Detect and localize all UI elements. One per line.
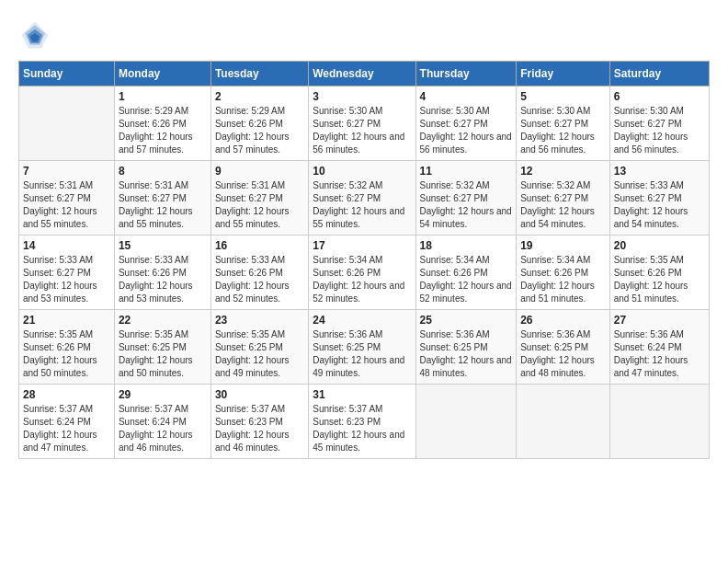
day-number: 12 — [520, 165, 606, 178]
day-number: 25 — [420, 314, 513, 327]
day-info: Sunrise: 5:35 AMSunset: 6:25 PMDaylight:… — [119, 328, 207, 380]
day-info: Sunrise: 5:30 AMSunset: 6:27 PMDaylight:… — [313, 105, 411, 156]
day-cell: 14 Sunrise: 5:33 AMSunset: 6:27 PMDaylig… — [19, 236, 115, 310]
day-info: Sunrise: 5:37 AMSunset: 6:24 PMDaylight:… — [119, 403, 207, 454]
day-info: Sunrise: 5:34 AMSunset: 6:26 PMDaylight:… — [313, 254, 411, 305]
day-info: Sunrise: 5:30 AMSunset: 6:27 PMDaylight:… — [420, 105, 513, 156]
day-number: 20 — [614, 239, 705, 252]
day-number: 7 — [23, 165, 110, 178]
day-number: 4 — [420, 90, 513, 103]
day-number: 21 — [23, 314, 110, 327]
day-info: Sunrise: 5:34 AMSunset: 6:26 PMDaylight:… — [420, 254, 513, 305]
header-cell-sunday: Sunday — [19, 62, 115, 86]
day-number: 5 — [520, 90, 606, 103]
day-info: Sunrise: 5:31 AMSunset: 6:27 PMDaylight:… — [119, 179, 207, 231]
day-number: 26 — [520, 314, 606, 327]
day-info: Sunrise: 5:34 AMSunset: 6:26 PMDaylight:… — [520, 254, 606, 305]
day-info: Sunrise: 5:36 AMSunset: 6:25 PMDaylight:… — [520, 328, 606, 380]
week-row-3: 14 Sunrise: 5:33 AMSunset: 6:27 PMDaylig… — [19, 236, 710, 310]
day-cell: 7 Sunrise: 5:31 AMSunset: 6:27 PMDayligh… — [19, 161, 115, 236]
day-cell: 13 Sunrise: 5:33 AMSunset: 6:27 PMDaylig… — [609, 161, 709, 236]
day-cell: 10 Sunrise: 5:32 AMSunset: 6:27 PMDaylig… — [309, 161, 415, 236]
day-info: Sunrise: 5:37 AMSunset: 6:24 PMDaylight:… — [23, 403, 110, 454]
day-cell: 1 Sunrise: 5:29 AMSunset: 6:26 PMDayligh… — [114, 86, 210, 161]
day-number: 29 — [119, 388, 207, 401]
day-info: Sunrise: 5:37 AMSunset: 6:23 PMDaylight:… — [313, 403, 411, 454]
day-cell: 6 Sunrise: 5:30 AMSunset: 6:27 PMDayligh… — [609, 86, 709, 161]
day-cell: 20 Sunrise: 5:35 AMSunset: 6:26 PMDaylig… — [609, 236, 709, 310]
day-info: Sunrise: 5:30 AMSunset: 6:27 PMDaylight:… — [614, 105, 705, 156]
day-cell: 3 Sunrise: 5:30 AMSunset: 6:27 PMDayligh… — [309, 86, 415, 161]
day-cell: 27 Sunrise: 5:36 AMSunset: 6:24 PMDaylig… — [609, 310, 709, 385]
day-cell: 4 Sunrise: 5:30 AMSunset: 6:27 PMDayligh… — [415, 86, 517, 161]
day-number: 3 — [313, 90, 411, 103]
logo — [18, 18, 55, 52]
week-row-4: 21 Sunrise: 5:35 AMSunset: 6:26 PMDaylig… — [19, 310, 710, 385]
day-cell: 31 Sunrise: 5:37 AMSunset: 6:23 PMDaylig… — [309, 385, 415, 459]
day-cell — [19, 86, 115, 161]
logo-icon — [18, 18, 51, 52]
day-number: 28 — [23, 388, 110, 401]
header-cell-wednesday: Wednesday — [309, 62, 415, 86]
header-cell-tuesday: Tuesday — [210, 62, 308, 86]
calendar-table: SundayMondayTuesdayWednesdayThursdayFrid… — [18, 61, 710, 459]
day-info: Sunrise: 5:32 AMSunset: 6:27 PMDaylight:… — [520, 179, 606, 231]
week-row-1: 1 Sunrise: 5:29 AMSunset: 6:26 PMDayligh… — [19, 86, 710, 161]
day-info: Sunrise: 5:31 AMSunset: 6:27 PMDaylight:… — [23, 179, 110, 231]
day-number: 14 — [23, 239, 110, 252]
day-info: Sunrise: 5:35 AMSunset: 6:25 PMDaylight:… — [215, 328, 304, 380]
day-info: Sunrise: 5:36 AMSunset: 6:24 PMDaylight:… — [614, 328, 705, 380]
day-cell: 11 Sunrise: 5:32 AMSunset: 6:27 PMDaylig… — [415, 161, 517, 236]
day-number: 11 — [420, 165, 513, 178]
day-cell: 12 Sunrise: 5:32 AMSunset: 6:27 PMDaylig… — [517, 161, 610, 236]
day-cell: 19 Sunrise: 5:34 AMSunset: 6:26 PMDaylig… — [517, 236, 610, 310]
day-cell: 21 Sunrise: 5:35 AMSunset: 6:26 PMDaylig… — [19, 310, 115, 385]
day-cell: 24 Sunrise: 5:36 AMSunset: 6:25 PMDaylig… — [309, 310, 415, 385]
day-info: Sunrise: 5:32 AMSunset: 6:27 PMDaylight:… — [420, 179, 513, 231]
day-cell: 8 Sunrise: 5:31 AMSunset: 6:27 PMDayligh… — [114, 161, 210, 236]
day-cell — [609, 385, 709, 459]
day-number: 31 — [313, 388, 411, 401]
day-info: Sunrise: 5:36 AMSunset: 6:25 PMDaylight:… — [313, 328, 411, 380]
day-number: 23 — [215, 314, 304, 327]
day-cell: 29 Sunrise: 5:37 AMSunset: 6:24 PMDaylig… — [114, 385, 210, 459]
day-cell: 22 Sunrise: 5:35 AMSunset: 6:25 PMDaylig… — [114, 310, 210, 385]
day-info: Sunrise: 5:35 AMSunset: 6:26 PMDaylight:… — [614, 254, 705, 305]
header-cell-saturday: Saturday — [609, 62, 709, 86]
week-row-2: 7 Sunrise: 5:31 AMSunset: 6:27 PMDayligh… — [19, 161, 710, 236]
day-number: 15 — [119, 239, 207, 252]
header-cell-monday: Monday — [114, 62, 210, 86]
day-number: 10 — [313, 165, 411, 178]
day-cell: 16 Sunrise: 5:33 AMSunset: 6:26 PMDaylig… — [210, 236, 308, 310]
day-number: 1 — [119, 90, 207, 103]
day-number: 9 — [215, 165, 304, 178]
day-info: Sunrise: 5:29 AMSunset: 6:26 PMDaylight:… — [215, 105, 304, 156]
day-cell: 23 Sunrise: 5:35 AMSunset: 6:25 PMDaylig… — [210, 310, 308, 385]
day-info: Sunrise: 5:33 AMSunset: 6:27 PMDaylight:… — [23, 254, 110, 305]
header — [18, 18, 710, 52]
header-row: SundayMondayTuesdayWednesdayThursdayFrid… — [19, 62, 710, 86]
day-cell: 30 Sunrise: 5:37 AMSunset: 6:23 PMDaylig… — [210, 385, 308, 459]
day-cell: 17 Sunrise: 5:34 AMSunset: 6:26 PMDaylig… — [309, 236, 415, 310]
day-info: Sunrise: 5:33 AMSunset: 6:26 PMDaylight:… — [215, 254, 304, 305]
day-info: Sunrise: 5:33 AMSunset: 6:26 PMDaylight:… — [119, 254, 207, 305]
day-number: 30 — [215, 388, 304, 401]
day-number: 13 — [614, 165, 705, 178]
day-number: 22 — [119, 314, 207, 327]
day-info: Sunrise: 5:36 AMSunset: 6:25 PMDaylight:… — [420, 328, 513, 380]
day-info: Sunrise: 5:35 AMSunset: 6:26 PMDaylight:… — [23, 328, 110, 380]
day-cell: 25 Sunrise: 5:36 AMSunset: 6:25 PMDaylig… — [415, 310, 517, 385]
day-number: 8 — [119, 165, 207, 178]
day-info: Sunrise: 5:31 AMSunset: 6:27 PMDaylight:… — [215, 179, 304, 231]
header-cell-friday: Friday — [517, 62, 610, 86]
day-info: Sunrise: 5:29 AMSunset: 6:26 PMDaylight:… — [119, 105, 207, 156]
day-cell: 28 Sunrise: 5:37 AMSunset: 6:24 PMDaylig… — [19, 385, 115, 459]
day-cell: 2 Sunrise: 5:29 AMSunset: 6:26 PMDayligh… — [210, 86, 308, 161]
day-cell — [415, 385, 517, 459]
day-info: Sunrise: 5:32 AMSunset: 6:27 PMDaylight:… — [313, 179, 411, 231]
day-cell — [517, 385, 610, 459]
day-number: 18 — [420, 239, 513, 252]
day-number: 6 — [614, 90, 705, 103]
day-cell: 5 Sunrise: 5:30 AMSunset: 6:27 PMDayligh… — [517, 86, 610, 161]
day-cell: 15 Sunrise: 5:33 AMSunset: 6:26 PMDaylig… — [114, 236, 210, 310]
